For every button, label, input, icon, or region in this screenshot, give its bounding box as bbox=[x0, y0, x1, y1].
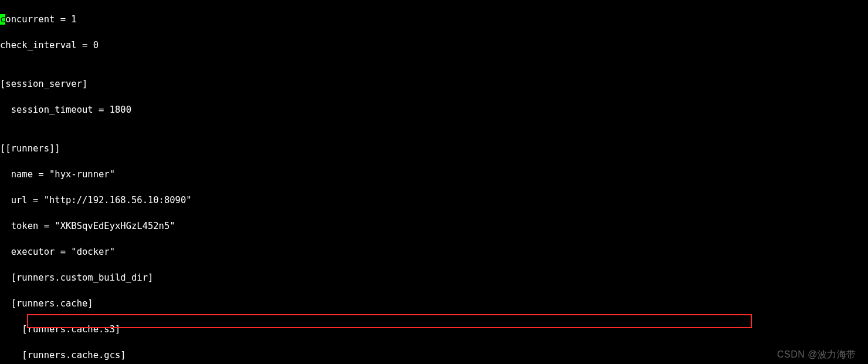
config-line: [runners.cache.gcs] bbox=[0, 349, 868, 362]
text: oncurrent = 1 bbox=[5, 14, 76, 25]
config-line: [session_server] bbox=[0, 77, 868, 90]
cursor: c bbox=[0, 14, 5, 25]
config-line: executor = "docker" bbox=[0, 245, 868, 258]
config-line: name = "hyx-runner" bbox=[0, 168, 868, 181]
config-line: url = "http://192.168.56.10:8090" bbox=[0, 194, 868, 207]
watermark-text: CSDN @波力海带 bbox=[777, 348, 856, 361]
terminal-editor[interactable]: concurrent = 1 check_interval = 0 [sessi… bbox=[0, 0, 868, 364]
config-line: [runners.cache] bbox=[0, 297, 868, 310]
config-line: check_interval = 0 bbox=[0, 39, 868, 52]
config-line: [runners.custom_build_dir] bbox=[0, 271, 868, 284]
config-line: [[runners]] bbox=[0, 142, 868, 155]
config-line: session_timeout = 1800 bbox=[0, 103, 868, 116]
config-line: concurrent = 1 bbox=[0, 13, 868, 26]
config-line: token = "XKBSqvEdEyxHGzL452n5" bbox=[0, 220, 868, 232]
config-line: [runners.cache.s3] bbox=[0, 323, 868, 336]
